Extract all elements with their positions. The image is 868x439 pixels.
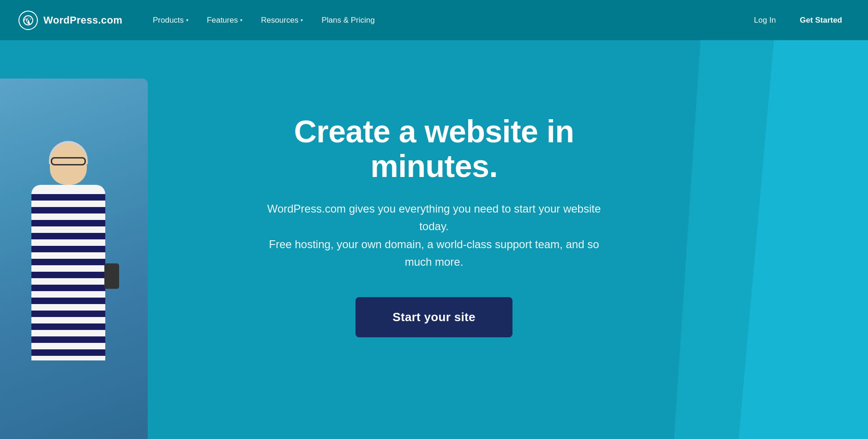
features-chevron-icon: ▾ — [240, 18, 242, 23]
login-button[interactable]: Log In — [747, 12, 783, 29]
resources-chevron-icon: ▾ — [301, 18, 303, 23]
wordpress-logo-text: WordPress.com — [43, 14, 122, 26]
products-chevron-icon: ▾ — [186, 18, 188, 23]
main-navigation: Products ▾ Features ▾ Resources ▾ Plans … — [145, 12, 747, 29]
hero-title: Create a website in minutes. — [226, 114, 642, 183]
nav-features[interactable]: Features ▾ — [199, 12, 250, 29]
get-started-button[interactable]: Get Started — [792, 12, 850, 29]
navbar: WordPress.com Products ▾ Features ▾ Reso… — [0, 0, 868, 40]
hero-subtitle-line1: WordPress.com gives you everything you n… — [267, 202, 601, 232]
nav-resources[interactable]: Resources ▾ — [253, 12, 310, 29]
navbar-actions: Log In Get Started — [747, 12, 850, 29]
hero-content: Create a website in minutes. WordPress.c… — [0, 40, 868, 439]
nav-plans-pricing[interactable]: Plans & Pricing — [314, 12, 382, 29]
wordpress-logo-icon — [18, 11, 38, 30]
hero-section: Create a website in minutes. WordPress.c… — [0, 0, 868, 439]
start-your-site-button[interactable]: Start your site — [356, 297, 512, 337]
nav-products[interactable]: Products ▾ — [145, 12, 196, 29]
hero-subtitle: WordPress.com gives you everything you n… — [254, 200, 614, 271]
wordpress-logo-link[interactable]: WordPress.com — [18, 11, 122, 30]
hero-subtitle-line2: Free hosting, your own domain, a world-c… — [269, 238, 599, 268]
